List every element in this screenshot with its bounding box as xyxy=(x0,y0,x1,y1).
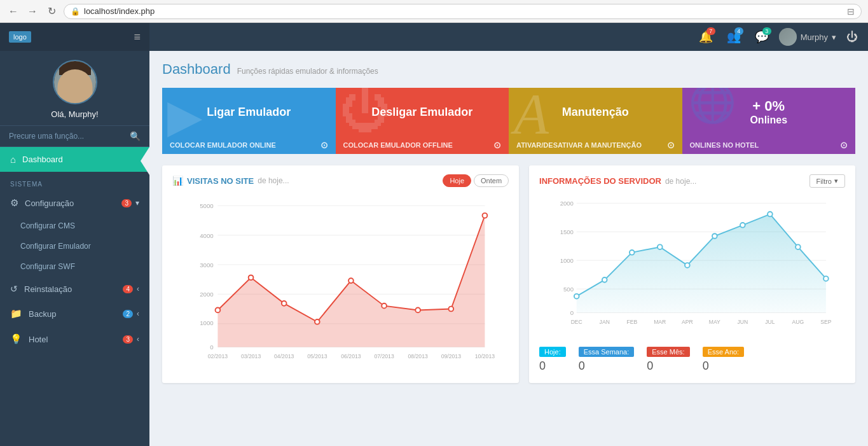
card-bg-icon-onlines: 🌐 xyxy=(689,88,736,126)
card-manutencao[interactable]: A Manutenção ATIVAR/DESATIVAR A MANUTENÇ… xyxy=(509,88,682,154)
sidebar-toggle-button[interactable]: ≡ xyxy=(134,31,141,44)
sidebar-label-dashboard: Dashboard xyxy=(22,155,139,164)
logout-button[interactable]: ⏻ xyxy=(846,31,858,44)
hello-text: Olá, Murphy! xyxy=(51,109,98,119)
sidebar-item-backup[interactable]: 📁 Backup 2 ‹ xyxy=(0,301,149,326)
svg-point-48 xyxy=(740,223,745,228)
stat-hoje: Hoje: 0 xyxy=(539,347,566,373)
svg-text:02/2013: 02/2013 xyxy=(208,353,228,359)
url-bar[interactable]: 🔒 localhost/index.php ⊟ xyxy=(64,4,862,19)
active-arrow xyxy=(141,147,149,175)
svg-point-18 xyxy=(382,303,387,309)
svg-text:2000: 2000 xyxy=(200,291,213,298)
svg-point-50 xyxy=(796,244,801,249)
backup-icon: 📁 xyxy=(10,308,22,319)
svg-text:09/2013: 09/2013 xyxy=(441,353,462,359)
card-footer-arrow-ligar: ⊙ xyxy=(320,140,328,150)
backup-arrow: ‹ xyxy=(137,309,139,318)
card-desligar-emulador[interactable]: ⏻ Desligar Emulador COLOCAR EMULADOR OFF… xyxy=(336,88,509,154)
server-stats: Hoje: 0 Essa Semana: 0 Esse Mês: 0 Ess xyxy=(539,342,845,373)
stat-mes: Esse Mês: 0 xyxy=(647,347,689,373)
card-footer-onlines: ONLINES NO HOTEL ⊙ xyxy=(682,136,856,154)
sidebar-label-reinstalacao: Reinstalação xyxy=(24,284,123,294)
page-title-row: Dashboard Funções rápidas emulador & inf… xyxy=(162,61,855,78)
stat-value-mes: 0 xyxy=(647,359,653,373)
svg-point-20 xyxy=(448,307,453,312)
visits-btn-group: Hoje Ontem xyxy=(443,174,509,187)
lock-icon: 🔒 xyxy=(71,7,80,16)
visits-chart-header: 📊 VISITAS NO SITE de hoje... Hoje Ontem xyxy=(172,174,509,187)
sidebar-item-configurar-swf[interactable]: Configurar SWF xyxy=(0,256,149,277)
stat-badge-mes: Esse Mês: xyxy=(647,347,689,357)
svg-point-47 xyxy=(712,233,717,239)
reload-button[interactable]: ↻ xyxy=(45,4,59,18)
card-footer-label-onlines: ONLINES NO HOTEL xyxy=(690,141,759,149)
stat-ano: Esse Ano: 0 xyxy=(703,347,745,373)
search-icon: 🔍 xyxy=(130,131,141,141)
stat-value-semana: 0 xyxy=(579,359,585,373)
card-footer-desligar: COLOCAR EMULADOR OFFLINE ⊙ xyxy=(336,136,509,154)
backup-badge: 2 xyxy=(123,310,133,318)
reinstall-icon: ↺ xyxy=(10,284,18,294)
btn-ontem[interactable]: Ontem xyxy=(474,174,509,187)
messages-button[interactable]: 💬 3 xyxy=(751,26,773,48)
config-icon: ⚙ xyxy=(10,197,18,209)
charts-row: 📊 VISITAS NO SITE de hoje... Hoje Ontem xyxy=(162,165,855,383)
svg-text:1000: 1000 xyxy=(200,319,213,326)
translate-icon: ⊟ xyxy=(847,6,855,17)
user-menu-button[interactable]: Murphy ▾ xyxy=(779,28,836,46)
back-button[interactable]: ← xyxy=(6,4,20,18)
svg-text:4000: 4000 xyxy=(200,232,213,239)
card-onlines[interactable]: 🌐 + 0% Onlines ONLINES NO HOTEL ⊙ xyxy=(682,88,856,154)
svg-point-51 xyxy=(823,276,829,281)
stat-value-hoje: 0 xyxy=(539,359,546,373)
server-chart-svg: 2000 1500 1000 500 0 xyxy=(539,194,845,334)
card-footer-arrow-manutencao: ⊙ xyxy=(667,140,675,150)
main-content: 🔔 7 👥 4 💬 3 Murphy ▾ ⏻ xyxy=(149,23,868,446)
sidebar-header: logo ≡ xyxy=(0,23,149,51)
card-bg-icon-ligar: ▶ xyxy=(167,89,202,143)
btn-hoje[interactable]: Hoje xyxy=(443,174,471,187)
card-footer-arrow-desligar: ⊙ xyxy=(493,140,501,150)
sidebar-item-dashboard[interactable]: ⌂ Dashboard xyxy=(0,147,149,172)
bell-badge: 7 xyxy=(706,27,715,35)
stat-badge-semana: Essa Semana: xyxy=(579,347,635,357)
card-footer-arrow-onlines: ⊙ xyxy=(840,140,848,150)
sidebar-item-reinstalacao[interactable]: ↺ Reinstalação 4 ‹ xyxy=(0,277,149,301)
svg-text:APR: APR xyxy=(682,319,693,325)
svg-point-43 xyxy=(602,277,607,282)
svg-text:1000: 1000 xyxy=(560,257,574,264)
svg-marker-41 xyxy=(577,214,826,313)
svg-text:SEP: SEP xyxy=(820,319,831,325)
card-ligar-emulador[interactable]: ▶ Ligar Emulador COLOCAR EMULADOR ONLINE… xyxy=(162,88,336,154)
svg-point-49 xyxy=(768,212,773,217)
forward-button[interactable]: → xyxy=(25,4,39,18)
users-notification-button[interactable]: 👥 4 xyxy=(723,26,745,48)
search-input[interactable] xyxy=(9,132,130,141)
users-badge: 4 xyxy=(734,27,743,35)
svg-text:03/2013: 03/2013 xyxy=(241,353,261,359)
sidebar-item-configuracao[interactable]: ⚙ Configuração 3 ▾ xyxy=(0,190,149,216)
sidebar-label-configuracao: Configuração xyxy=(25,199,121,208)
card-bg-icon-manutencao: A xyxy=(514,88,549,147)
avatar-image xyxy=(54,60,96,104)
visits-chart-title: VISITAS NO SITE xyxy=(187,176,254,186)
sidebar-item-configurar-cms[interactable]: Configurar CMS xyxy=(0,216,149,236)
avatar xyxy=(53,60,97,104)
filter-label: Filtro xyxy=(816,178,832,185)
svg-text:FEB: FEB xyxy=(626,319,637,325)
svg-text:JUN: JUN xyxy=(738,319,748,325)
sub-label-cms: Configurar CMS xyxy=(20,221,75,230)
notifications-bell-button[interactable]: 🔔 7 xyxy=(695,26,717,48)
stat-badge-ano: Esse Ano: xyxy=(703,347,745,357)
stat-semana: Essa Semana: 0 xyxy=(579,347,635,373)
svg-text:0: 0 xyxy=(570,309,574,316)
sidebar-item-configurar-emulador[interactable]: Configurar Emulador xyxy=(0,236,149,256)
svg-text:MAY: MAY xyxy=(709,319,720,325)
server-chart-title: INFORMAÇÕES DO SERVIDOR xyxy=(539,176,661,186)
sidebar-item-hotel[interactable]: 💡 Hotel 3 ‹ xyxy=(0,326,149,352)
hotel-badge: 3 xyxy=(123,335,133,344)
page-title: Dashboard xyxy=(162,61,231,78)
filter-button[interactable]: Filtro ▾ xyxy=(809,174,845,188)
svg-text:04/2013: 04/2013 xyxy=(274,353,294,359)
